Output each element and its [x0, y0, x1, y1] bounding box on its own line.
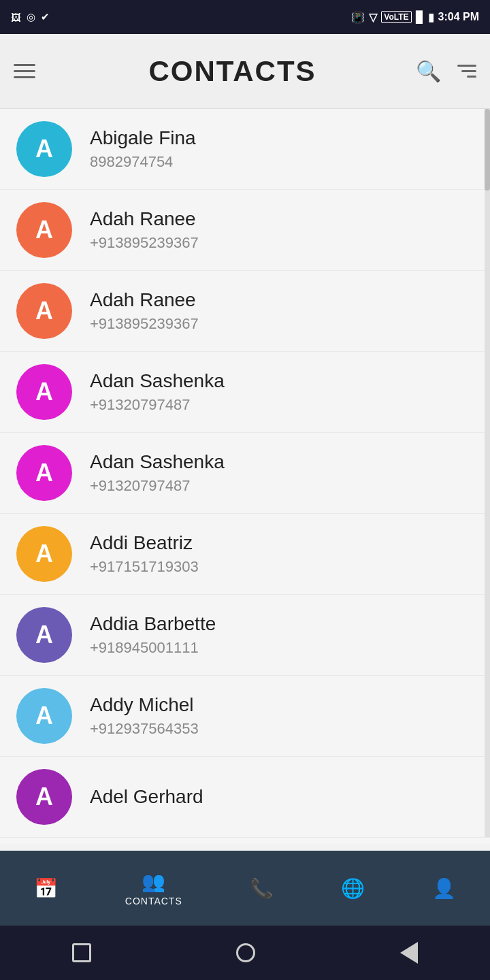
contact-name: Adan Sashenka	[90, 451, 225, 473]
menu-button[interactable]	[14, 64, 35, 78]
system-nav	[0, 926, 490, 980]
phone-icon: 📞	[250, 877, 274, 900]
back-button[interactable]	[400, 942, 418, 964]
status-icons-right: 📳 ▽ VoLTE ▊ ▮ 3:04 PM	[351, 11, 479, 24]
avatar: A	[16, 202, 72, 258]
contact-phone: +912937564353	[90, 720, 199, 738]
contact-phone: +91320797487	[90, 396, 225, 414]
contact-name: Addy Michel	[90, 694, 199, 716]
time-display: 3:04 PM	[438, 11, 479, 23]
nav-item-phone[interactable]: 📞	[236, 872, 287, 905]
app-bar: CONTACTS 🔍	[0, 34, 490, 109]
contact-name: Adan Sashenka	[90, 370, 225, 392]
list-item[interactable]: AAddy Michel+912937564353	[0, 676, 490, 757]
home-button[interactable]	[236, 943, 255, 962]
list-item[interactable]: AAdel Gerhard	[0, 757, 490, 838]
contact-phone: +913895239367	[90, 234, 199, 252]
contact-info: Adah Ranee+913895239367	[90, 208, 199, 252]
list-item[interactable]: AAbigale Fina8982974754	[0, 109, 490, 190]
nav-item-contacts[interactable]: 👥CONTACTS	[112, 865, 196, 912]
contact-name: Adah Ranee	[90, 208, 199, 230]
check-icon: ✔	[41, 11, 50, 23]
avatar: A	[16, 688, 72, 744]
recent-apps-button[interactable]	[72, 943, 91, 962]
scroll-track	[485, 109, 490, 837]
avatar: A	[16, 526, 72, 582]
list-item[interactable]: AAdah Ranee+913895239367	[0, 271, 490, 352]
contact-info: Adel Gerhard	[90, 786, 203, 808]
list-item[interactable]: AAddia Barbette+918945001111	[0, 595, 490, 676]
list-item[interactable]: AAdah Ranee+913895239367	[0, 190, 490, 271]
contact-phone: 8982974754	[90, 153, 196, 171]
contact-name: Abigale Fina	[90, 127, 196, 149]
signal-icon: ▊	[416, 11, 424, 24]
contact-phone: +91320797487	[90, 477, 225, 495]
contact-info: Addi Beatriz+917151719303	[90, 532, 199, 576]
list-item[interactable]: AAdan Sashenka+91320797487	[0, 433, 490, 514]
filter-button[interactable]	[457, 65, 476, 78]
contact-name: Adel Gerhard	[90, 786, 203, 808]
status-bar: 🖼 ◎ ✔ 📳 ▽ VoLTE ▊ ▮ 3:04 PM	[0, 0, 490, 34]
contacts-icon: 👥	[142, 870, 165, 893]
status-icons-left: 🖼 ◎ ✔	[11, 11, 50, 23]
list-item[interactable]: AAdan Sashenka+91320797487	[0, 352, 490, 433]
contact-name: Addia Barbette	[90, 613, 216, 635]
calendar-icon: 📅	[34, 877, 58, 900]
contact-list: AAbigale Fina8982974754AAdah Ranee+91389…	[0, 109, 490, 844]
contact-phone: +918945001111	[90, 639, 216, 657]
globe-icon: 🌐	[341, 877, 365, 900]
nav-item-person[interactable]: 👤	[419, 872, 470, 905]
avatar: A	[16, 769, 72, 825]
bottom-nav: 📅👥CONTACTS📞🌐👤	[0, 851, 490, 926]
list-item[interactable]: AAddi Beatriz+917151719303	[0, 514, 490, 595]
avatar: A	[16, 283, 72, 339]
contact-name: Addi Beatriz	[90, 532, 199, 554]
contact-info: Adan Sashenka+91320797487	[90, 370, 225, 414]
contact-info: Abigale Fina8982974754	[90, 127, 196, 171]
photo-icon: 🖼	[11, 12, 21, 23]
nav-item-globe[interactable]: 🌐	[327, 872, 378, 905]
contact-info: Adah Ranee+913895239367	[90, 289, 199, 333]
contact-phone: +917151719303	[90, 558, 199, 576]
avatar: A	[16, 445, 72, 501]
nav-item-calendar[interactable]: 📅	[20, 872, 71, 905]
avatar: A	[16, 364, 72, 420]
avatar: A	[16, 607, 72, 663]
contact-info: Adan Sashenka+91320797487	[90, 451, 225, 495]
vibrate-icon: 📳	[351, 11, 365, 24]
page-title: CONTACTS	[49, 55, 416, 88]
scroll-thumb[interactable]	[485, 109, 490, 191]
volte-label: VoLTE	[381, 11, 411, 23]
sync-icon: ◎	[27, 11, 35, 23]
battery-icon: ▮	[428, 11, 434, 24]
contacts-label: CONTACTS	[125, 896, 182, 906]
avatar: A	[16, 121, 72, 177]
contact-phone: +913895239367	[90, 315, 199, 333]
person-icon: 👤	[432, 877, 456, 900]
contact-info: Addia Barbette+918945001111	[90, 613, 216, 657]
wifi-icon: ▽	[369, 11, 377, 24]
search-button[interactable]: 🔍	[416, 59, 441, 83]
contact-info: Addy Michel+912937564353	[90, 694, 199, 738]
contact-name: Adah Ranee	[90, 289, 199, 311]
